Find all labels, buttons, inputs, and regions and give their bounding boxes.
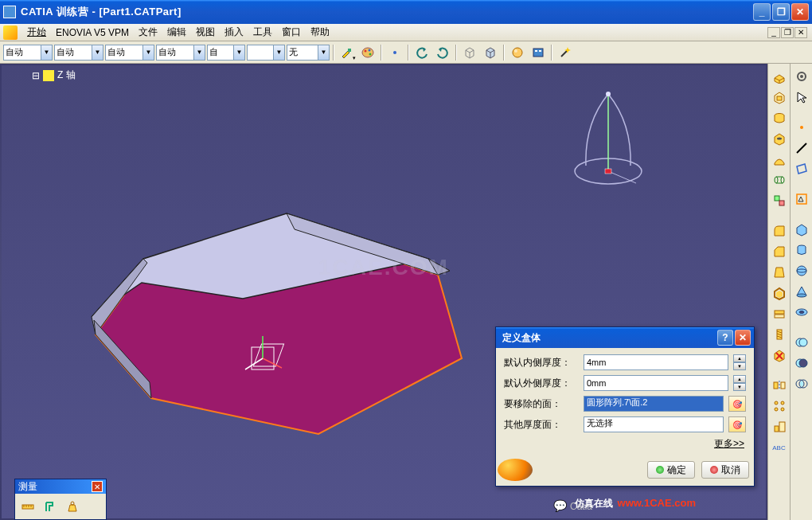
remove-face-button[interactable] xyxy=(770,346,789,365)
combo-5[interactable]: ▼ xyxy=(207,45,245,61)
combo-4-input[interactable] xyxy=(156,45,194,61)
combo-2-input[interactable] xyxy=(54,45,92,61)
rib-button[interactable] xyxy=(770,150,789,169)
menu-start[interactable]: 开始 xyxy=(22,24,51,41)
dropdown-icon[interactable]: ▼ xyxy=(274,45,285,61)
sketch-button[interactable] xyxy=(792,190,811,209)
menu-insert[interactable]: 插入 xyxy=(220,24,248,41)
dropdown-icon[interactable]: ▼ xyxy=(234,45,245,61)
undo-button[interactable] xyxy=(412,43,431,62)
box-1-button[interactable] xyxy=(460,43,479,62)
other-face-field[interactable]: 无选择 xyxy=(584,416,724,432)
cylinder-button[interactable] xyxy=(792,240,811,260)
measure-inertia-button[interactable] xyxy=(63,497,82,516)
mdi-minimize-button[interactable]: _ xyxy=(767,27,780,38)
outer-thickness-spinner[interactable]: ▲▼ xyxy=(733,375,746,391)
draft-button[interactable] xyxy=(770,263,789,282)
combo-2[interactable]: ▼ xyxy=(54,45,103,61)
measure-toolbar[interactable]: 测量 ✕ xyxy=(14,479,107,520)
redo-button[interactable] xyxy=(433,43,452,62)
measure-between-button[interactable] xyxy=(18,497,37,516)
measure-close-button[interactable]: ✕ xyxy=(92,481,103,492)
combo-1[interactable]: ▼ xyxy=(3,45,53,61)
line-tool-button[interactable] xyxy=(792,139,811,158)
menu-view[interactable]: 视图 xyxy=(191,24,220,41)
outer-thickness-input[interactable] xyxy=(584,375,728,391)
dropdown-icon[interactable]: ▼ xyxy=(318,45,330,61)
scale-button[interactable] xyxy=(770,417,789,436)
thickness-button[interactable] xyxy=(770,304,789,323)
assemble-button[interactable] xyxy=(770,191,789,210)
combo-6[interactable]: ▼ xyxy=(247,45,285,61)
combo-7-input[interactable] xyxy=(287,45,318,61)
menu-edit[interactable]: 编辑 xyxy=(162,24,191,41)
dropdown-icon[interactable]: ▼ xyxy=(41,45,53,61)
remove-face-field[interactable]: 圆形阵列.7\面.2 xyxy=(584,396,724,412)
hole-button[interactable] xyxy=(770,129,789,148)
combo-6-input[interactable] xyxy=(247,45,274,61)
measure-item-button[interactable] xyxy=(41,497,60,516)
cursor-button[interactable] xyxy=(792,88,811,107)
box-2-button[interactable] xyxy=(481,43,500,62)
inner-thickness-spinner[interactable]: ▲▼ xyxy=(733,354,746,370)
paint-button[interactable]: ▾ xyxy=(338,43,357,62)
other-face-picker[interactable]: 🎯 xyxy=(728,416,746,432)
combo-5-input[interactable] xyxy=(207,45,234,61)
catalog-button[interactable] xyxy=(529,43,548,62)
pad-button[interactable] xyxy=(770,67,789,86)
more-link[interactable]: 更多>> xyxy=(504,437,744,451)
union-button[interactable] xyxy=(792,333,811,352)
point-tool-button[interactable] xyxy=(792,118,811,137)
combo-3-input[interactable] xyxy=(105,45,143,61)
dialog-help-button[interactable]: ? xyxy=(717,330,733,346)
dropdown-icon[interactable]: ▼ xyxy=(194,45,205,61)
3d-viewport[interactable]: ⊟ Z 轴 xyxy=(0,64,767,520)
minimize-button[interactable]: _ xyxy=(753,3,771,21)
menu-enovia[interactable]: ENOVIA V5 VPM xyxy=(51,25,134,40)
remove-face-picker[interactable]: 🎯 xyxy=(728,396,746,412)
combo-1-input[interactable] xyxy=(3,45,41,61)
dropdown-icon[interactable]: ▼ xyxy=(92,45,103,61)
maximize-button[interactable]: ❐ xyxy=(772,3,790,21)
pattern-button[interactable] xyxy=(770,397,789,416)
material-button[interactable] xyxy=(508,43,527,62)
wand-button[interactable] xyxy=(556,43,575,62)
tree-node-z-axis[interactable]: ⊟ Z 轴 xyxy=(32,68,76,82)
combo-4[interactable]: ▼ xyxy=(156,45,205,61)
cancel-button[interactable]: 取消 xyxy=(701,461,749,479)
palette-button[interactable] xyxy=(358,43,377,62)
mirror-button[interactable] xyxy=(770,376,789,395)
shell-button[interactable] xyxy=(770,283,789,303)
box-solid-button[interactable] xyxy=(792,220,811,239)
point-button[interactable] xyxy=(385,43,404,62)
inner-thickness-input[interactable] xyxy=(584,354,728,370)
menu-tools[interactable]: 工具 xyxy=(248,24,277,41)
mdi-restore-button[interactable]: ❐ xyxy=(781,27,794,38)
fillet-button[interactable] xyxy=(770,221,789,240)
multi-section-button[interactable] xyxy=(770,170,789,190)
shaft-button[interactable] xyxy=(770,108,789,127)
dialog-titlebar[interactable]: 定义盒体 ? ✕ xyxy=(496,327,754,348)
compass-widget[interactable] xyxy=(560,80,656,191)
menu-file[interactable]: 文件 xyxy=(134,24,162,41)
subtract-button[interactable] xyxy=(792,354,811,373)
pocket-button[interactable] xyxy=(770,88,789,107)
dialog-close-button[interactable]: ✕ xyxy=(735,330,751,346)
chamfer-button[interactable] xyxy=(770,242,789,261)
intersect-button[interactable] xyxy=(792,374,811,393)
3d-model[interactable] xyxy=(48,143,494,446)
combo-3[interactable]: ▼ xyxy=(105,45,154,61)
mdi-close-button[interactable]: ✕ xyxy=(794,27,807,38)
plane-tool-button[interactable] xyxy=(792,159,811,178)
sphere-button[interactable] xyxy=(792,261,811,280)
settings-button[interactable] xyxy=(792,67,811,86)
torus-button[interactable] xyxy=(792,303,811,322)
menu-help[interactable]: 帮助 xyxy=(306,24,334,41)
dropdown-icon[interactable]: ▼ xyxy=(143,45,154,61)
close-button[interactable]: ✕ xyxy=(791,3,809,21)
menu-window[interactable]: 窗口 xyxy=(277,24,306,41)
combo-7[interactable]: ▼ xyxy=(287,45,330,61)
cone-button[interactable] xyxy=(792,282,811,301)
thread-button[interactable] xyxy=(770,325,789,344)
ok-button[interactable]: 确定 xyxy=(647,461,695,479)
